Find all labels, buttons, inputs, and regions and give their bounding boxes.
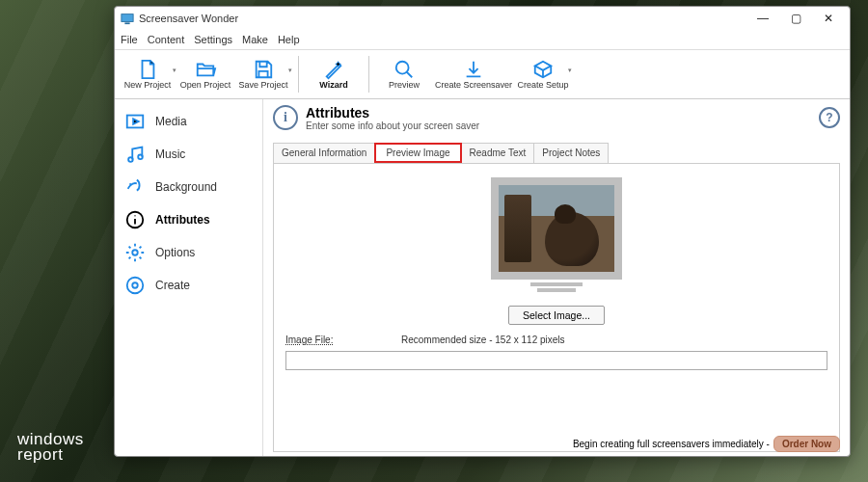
wizard-label: Wizard [319, 80, 347, 90]
menu-file[interactable]: File [121, 30, 138, 49]
image-size-hint: Recommended size - 152 x 112 pixels [401, 335, 565, 345]
menu-make[interactable]: Make [242, 30, 268, 49]
tab-panel: Select Image... Image File: Recommended … [273, 163, 840, 452]
tab-project-notes[interactable]: Project Notes [533, 143, 609, 163]
svg-rect-1 [124, 22, 129, 24]
app-title: Screensaver Wonder [139, 13, 238, 24]
open-project-button[interactable]: Open Project [178, 51, 232, 97]
sidebar-item-background[interactable]: Background [115, 171, 262, 203]
svg-rect-0 [122, 14, 133, 22]
svg-point-8 [127, 278, 144, 294]
monitor-base [537, 288, 576, 292]
sidebar-item-label: Music [155, 147, 185, 161]
gear-icon [124, 242, 146, 263]
create-setup-button[interactable]: Create Setup▾ [516, 51, 570, 97]
window-controls: — ▢ ✕ [747, 9, 844, 28]
close-button[interactable]: ✕ [813, 9, 844, 28]
svg-point-5 [138, 154, 143, 159]
sidebar-item-media[interactable]: Media [115, 105, 262, 138]
info-icon: i [273, 105, 298, 130]
menu-help[interactable]: Help [278, 30, 300, 49]
svg-point-9 [132, 282, 138, 288]
maximize-button[interactable]: ▢ [780, 9, 811, 28]
create-setup-label: Create Setup [518, 80, 569, 90]
toolbar-divider [298, 56, 299, 93]
svg-point-4 [128, 157, 133, 162]
minimize-button[interactable]: — [747, 9, 778, 28]
panel-title: Attributes [306, 105, 479, 120]
panel-header: i Attributes Enter some info about your … [273, 105, 840, 131]
app-window: Screensaver Wonder — ▢ ✕ File Content Se… [114, 6, 851, 457]
svg-point-2 [396, 62, 409, 74]
footer-text: Begin creating full screensavers immedia… [573, 439, 770, 449]
sidebar-item-options[interactable]: Options [115, 236, 262, 269]
sidebar-item-create[interactable]: Create [115, 269, 262, 302]
sidebar-item-label: Media [155, 115, 187, 128]
dropdown-icon[interactable]: ▾ [568, 67, 572, 74]
order-now-button[interactable]: Order Now [773, 436, 840, 452]
dropdown-icon[interactable]: ▾ [288, 67, 292, 74]
titlebar: Screensaver Wonder — ▢ ✕ [115, 7, 850, 30]
menu-content[interactable]: Content [148, 30, 185, 49]
sidebar-item-label: Options [155, 246, 195, 259]
preview-monitor [491, 177, 622, 280]
tabs: General Information Preview Image Readme… [273, 143, 840, 163]
background-icon [124, 176, 146, 198]
disc-icon [124, 275, 146, 296]
save-project-button[interactable]: Save Project▾ [236, 51, 290, 97]
toolbar: New Project▾ Open Project Save Project▾ … [115, 49, 850, 99]
tab-readme-text[interactable]: Readme Text [461, 143, 535, 163]
create-screensaver-label: Create Screensaver [435, 80, 512, 90]
preview-button[interactable]: Preview [377, 51, 431, 97]
sidebar-item-label: Create [155, 279, 190, 292]
menubar: File Content Settings Make Help [115, 30, 850, 49]
create-screensaver-button[interactable]: Create Screensaver [435, 51, 512, 97]
sidebar-item-music[interactable]: Music [115, 138, 262, 171]
image-file-label: Image File: [285, 335, 353, 345]
new-project-label: New Project [124, 80, 172, 90]
main-panel: i Attributes Enter some info about your … [263, 99, 850, 456]
save-project-label: Save Project [238, 80, 287, 90]
open-project-label: Open Project [180, 80, 231, 90]
preview-image [499, 185, 614, 272]
new-project-button[interactable]: New Project▾ [121, 51, 175, 97]
app-icon [121, 12, 134, 25]
image-file-input[interactable] [285, 351, 827, 370]
help-button[interactable]: ? [819, 107, 840, 128]
body: Media Music Background Attributes Option… [115, 99, 850, 456]
music-icon [124, 144, 146, 165]
select-image-button[interactable]: Select Image... [508, 306, 605, 325]
info-icon [124, 209, 146, 230]
sidebar-item-label: Attributes [155, 213, 210, 227]
sidebar-item-attributes[interactable]: Attributes [115, 203, 262, 236]
tab-general-information[interactable]: General Information [273, 143, 375, 163]
dropdown-icon[interactable]: ▾ [173, 67, 176, 74]
toolbar-divider [368, 56, 369, 93]
wizard-button[interactable]: Wizard [307, 51, 361, 97]
watermark-logo: windows report [17, 432, 84, 463]
monitor-stand [530, 282, 583, 286]
image-file-row: Image File: Recommended size - 152 x 112… [285, 335, 827, 345]
panel-subtitle: Enter some info about your screen saver [306, 120, 479, 131]
footer: Begin creating full screensavers immedia… [573, 436, 840, 452]
media-icon [124, 111, 146, 132]
svg-point-7 [132, 250, 138, 255]
sidebar-item-label: Background [155, 180, 217, 194]
preview-label: Preview [389, 80, 420, 90]
menu-settings[interactable]: Settings [194, 30, 232, 49]
sidebar: Media Music Background Attributes Option… [115, 99, 263, 456]
watermark-line2: report [17, 445, 63, 464]
tab-preview-image[interactable]: Preview Image [374, 143, 461, 163]
